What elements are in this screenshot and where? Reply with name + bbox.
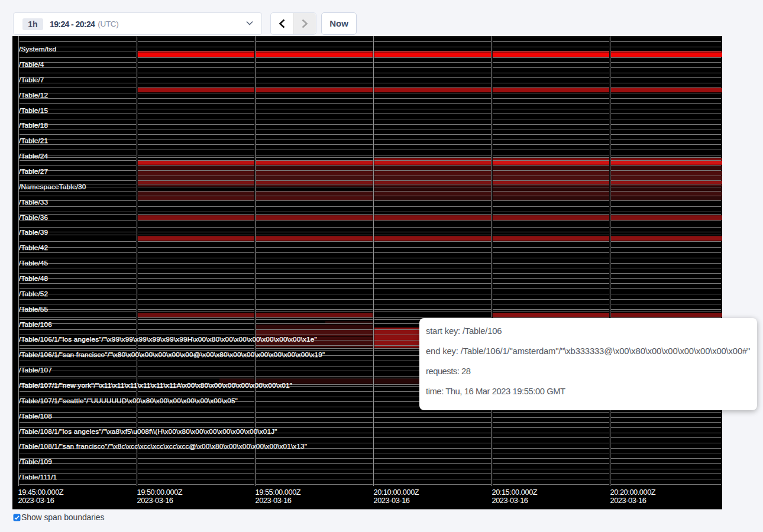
- svg-text:/Table/108: /Table/108: [19, 412, 52, 420]
- svg-text:/Table/15: /Table/15: [19, 106, 49, 115]
- svg-text:/Table/27: /Table/27: [19, 167, 48, 176]
- svg-text:/Table/7: /Table/7: [19, 76, 44, 84]
- svg-text:2023-03-16: 2023-03-16: [492, 496, 528, 505]
- svg-text:/Table/4: /Table/4: [19, 60, 44, 69]
- svg-text:/Table/42: /Table/42: [19, 244, 48, 252]
- svg-text:/Table/106/1/"san francisco"/": /Table/106/1/"san francisco"/"\x80\x00\x…: [19, 351, 325, 359]
- svg-text:/Table/108/1/"san francisco"/": /Table/108/1/"san francisco"/"\x8c\xcc\x…: [19, 442, 307, 450]
- svg-text:/Table/24: /Table/24: [19, 152, 49, 160]
- svg-text:19:55:00.000Z: 19:55:00.000Z: [256, 488, 301, 497]
- svg-text:/Table/106: /Table/106: [19, 320, 52, 329]
- svg-text:/Table/111/1: /Table/111/1: [19, 473, 57, 481]
- svg-text:2023-03-16: 2023-03-16: [256, 496, 292, 505]
- svg-text:2023-03-16: 2023-03-16: [137, 496, 173, 505]
- svg-text:/Table/106/1/"los angeles"/"\x: /Table/106/1/"los angeles"/"\x99\x99\x99…: [19, 335, 317, 343]
- svg-text:19:50:00.000Z: 19:50:00.000Z: [137, 488, 183, 497]
- svg-text:/Table/48: /Table/48: [19, 274, 49, 283]
- svg-text:20:15:00.000Z: 20:15:00.000Z: [492, 488, 538, 497]
- svg-text:/Table/39: /Table/39: [19, 228, 48, 236]
- svg-text:/NamespaceTable/30: /NamespaceTable/30: [19, 183, 86, 191]
- svg-text:20:20:00.000Z: 20:20:00.000Z: [610, 488, 656, 497]
- svg-text:2023-03-16: 2023-03-16: [610, 496, 646, 505]
- svg-text:/Table/33: /Table/33: [19, 198, 49, 206]
- svg-text:/Table/109: /Table/109: [19, 458, 52, 466]
- svg-text:/Table/21: /Table/21: [19, 137, 48, 145]
- svg-text:20:10:00.000Z: 20:10:00.000Z: [374, 488, 419, 497]
- svg-text:/Table/18: /Table/18: [19, 121, 49, 129]
- svg-text:/Table/107/1/"seattle"/"UUUUUU: /Table/107/1/"seattle"/"UUUUUUD\x00\x80\…: [19, 397, 238, 405]
- svg-text:/System/tsd: /System/tsd: [19, 45, 56, 53]
- svg-text:/Table/45: /Table/45: [19, 259, 49, 267]
- svg-text:19:45:00.000Z: 19:45:00.000Z: [18, 488, 64, 497]
- svg-text:2023-03-16: 2023-03-16: [18, 496, 54, 505]
- svg-text:/Table/55: /Table/55: [19, 305, 49, 313]
- svg-text:/Table/12: /Table/12: [19, 91, 48, 99]
- svg-text:/Table/52: /Table/52: [19, 290, 48, 298]
- svg-text:/Table/107/1/"new york"/"\x11\: /Table/107/1/"new york"/"\x11\x11\x11\x1…: [19, 381, 292, 390]
- svg-text:/Table/36: /Table/36: [19, 213, 49, 222]
- svg-text:2023-03-16: 2023-03-16: [374, 496, 410, 505]
- svg-text:/Table/108/1/"los angeles"/"\x: /Table/108/1/"los angeles"/"\xa8\xf5\u00…: [19, 427, 277, 436]
- svg-text:/Table/107: /Table/107: [19, 366, 52, 374]
